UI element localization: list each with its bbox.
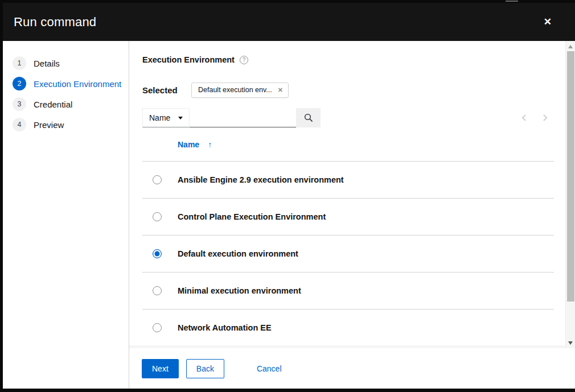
table-row[interactable]: Control Plane Execution Environment [142,199,554,236]
row-label: Default execution environment [178,249,298,258]
wizard-step-details[interactable]: 1 Details [3,53,129,73]
radio-button[interactable] [153,249,162,258]
wizard-step-credential[interactable]: 3 Credential [3,94,129,114]
search-icon [304,113,313,122]
radio-button[interactable] [153,323,162,332]
table-row[interactable]: Default execution environment [142,236,554,273]
search-input[interactable] [190,108,296,127]
vertical-scrollbar[interactable] [565,41,575,348]
selected-label: Selected [142,85,191,95]
chip-label: Default execution env... [198,86,272,94]
wizard-step-execution-environment[interactable]: 2 Execution Environment [3,73,129,94]
sort-ascending-icon: ↑ [208,140,212,149]
modal-title: Run command [14,15,96,30]
scrollbar-down-arrow-icon[interactable] [568,341,573,345]
search-toolbar: Name [142,108,554,127]
step-number-badge: 2 [13,77,26,90]
step-label: Preview [34,120,64,130]
step-content-column: Execution Environment ? Selected Default… [129,41,575,389]
cancel-button[interactable]: Cancel [257,360,282,378]
selected-chip: Default execution env... ✕ [191,82,289,98]
row-label: Ansible Engine 2.9 execution environment [178,175,344,184]
chip-remove-icon[interactable]: ✕ [278,87,283,93]
row-label: Minimal execution environment [178,286,301,295]
help-icon[interactable]: ? [240,56,248,64]
step-label: Details [34,59,60,68]
selected-row: Selected Default execution env... ✕ [142,82,554,98]
filter-key-value: Name [149,113,170,122]
radio-button[interactable] [153,286,162,295]
wizard-step-preview[interactable]: 4 Preview [3,114,129,135]
radio-button[interactable] [153,175,162,184]
table-row[interactable]: Network Automation EE [142,310,554,346]
search-button[interactable] [296,108,321,127]
table-row[interactable]: Ansible Engine 2.9 execution environment [142,162,554,199]
screen-background: Run command ✕ 1 Details 2 Execution Envi… [0,0,575,392]
table-row[interactable]: Minimal execution environment [142,273,554,310]
step-label: Credential [34,100,72,109]
column-header-name: Name [178,140,199,149]
modal-header: Run command ✕ [3,3,575,41]
table-header-name-sort[interactable]: Name ↑ [142,140,554,162]
wizard-steps-nav: 1 Details 2 Execution Environment 3 Cred… [3,41,129,389]
panel-title: Execution Environment [142,55,235,64]
row-label: Control Plane Execution Environment [178,212,326,221]
next-page-icon[interactable] [541,114,548,122]
pagination-controls [521,108,554,127]
close-icon[interactable]: ✕ [544,17,552,27]
filter-key-dropdown[interactable]: Name [142,108,190,127]
run-command-modal: Run command ✕ 1 Details 2 Execution Envi… [3,3,575,389]
chevron-down-icon [178,117,183,119]
execution-environment-panel: Execution Environment ? Selected Default… [129,41,575,348]
background-page-accent [506,1,518,2]
step-label: Execution Environment [34,79,121,89]
back-button[interactable]: Back [186,359,224,378]
next-button[interactable]: Next [142,359,179,378]
step-number-badge: 1 [13,56,26,70]
scrollbar-up-arrow-icon[interactable] [568,45,573,48]
cutoff-toolbar-strip [129,345,565,348]
radio-button[interactable] [153,212,162,221]
previous-page-icon[interactable] [521,114,528,122]
wizard-footer: Next Back Cancel [129,348,575,389]
modal-body: 1 Details 2 Execution Environment 3 Cred… [3,41,575,389]
step-number-badge: 3 [13,97,26,111]
scrollbar-thumb[interactable] [567,51,574,302]
step-number-badge: 4 [13,118,26,131]
row-label: Network Automation EE [178,323,272,332]
panel-heading-row: Execution Environment ? [142,55,554,65]
